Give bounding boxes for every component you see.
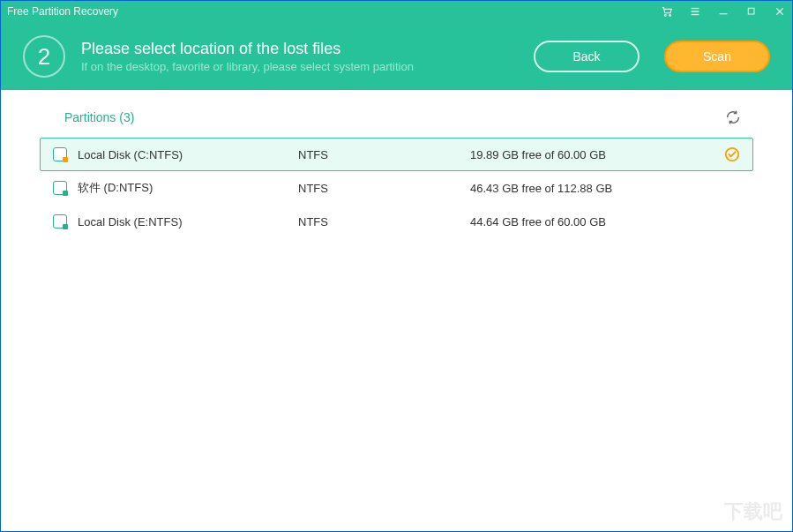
disk-icon (53, 147, 67, 161)
step-heading: Please select location of the lost files (81, 40, 518, 58)
back-button[interactable]: Back (534, 41, 640, 72)
svg-point-0 (664, 15, 666, 17)
step-text: Please select location of the lost files… (81, 40, 518, 73)
watermark: 下载吧 (724, 498, 782, 525)
partition-name: 软件 (D:NTFS) (78, 180, 298, 196)
maximize-icon[interactable] (745, 5, 758, 18)
refresh-icon[interactable] (725, 109, 741, 125)
partition-row[interactable]: Local Disk (C:NTFS)NTFS19.89 GB free of … (40, 138, 753, 171)
window-title: Free Partition Recovery (7, 5, 661, 18)
titlebar: Free Partition Recovery (0, 0, 793, 23)
step-number-circle: 2 (23, 35, 65, 78)
svg-point-1 (670, 15, 671, 17)
svg-rect-6 (748, 8, 754, 14)
cart-icon[interactable] (661, 5, 673, 18)
step-number: 2 (38, 43, 50, 71)
partition-free-space: 44.64 GB free of 60.00 GB (470, 215, 740, 229)
content-area: Partitions (3) Local Disk (C:NTFS)NTFS19… (0, 90, 793, 258)
partition-list: Local Disk (C:NTFS)NTFS19.89 GB free of … (40, 138, 753, 238)
partition-row[interactable]: Local Disk (E:NTFS)NTFS44.64 GB free of … (40, 205, 753, 238)
scan-button[interactable]: Scan (664, 41, 770, 72)
disk-icon (53, 181, 67, 195)
window-controls (661, 5, 786, 18)
step-subheading: If on the desktop, favorite or library, … (81, 60, 518, 73)
partition-free-space: 46.43 GB free of 112.88 GB (470, 182, 740, 195)
partitions-label: Partitions (3) (64, 110, 134, 124)
partition-filesystem: NTFS (298, 182, 470, 195)
partition-free-space: 19.89 GB free of 60.00 GB (470, 148, 724, 161)
partition-name: Local Disk (C:NTFS) (78, 148, 298, 161)
partition-filesystem: NTFS (298, 148, 470, 161)
partition-filesystem: NTFS (298, 215, 470, 229)
menu-icon[interactable] (689, 5, 701, 18)
disk-icon (53, 214, 67, 229)
partition-row[interactable]: 软件 (D:NTFS)NTFS46.43 GB free of 112.88 G… (40, 171, 753, 205)
check-icon (724, 146, 740, 162)
partitions-header: Partitions (3) (40, 109, 753, 138)
minimize-icon[interactable] (717, 5, 729, 18)
step-header: 2 Please select location of the lost fil… (0, 23, 793, 90)
partition-name: Local Disk (E:NTFS) (78, 215, 298, 229)
close-icon[interactable] (774, 5, 786, 18)
